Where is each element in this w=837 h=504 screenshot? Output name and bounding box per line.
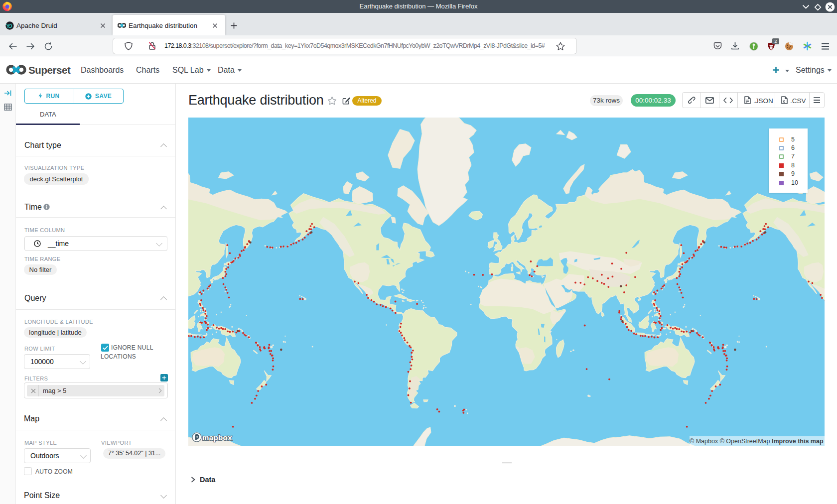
svg-text:mapbox: mapbox <box>202 433 232 442</box>
